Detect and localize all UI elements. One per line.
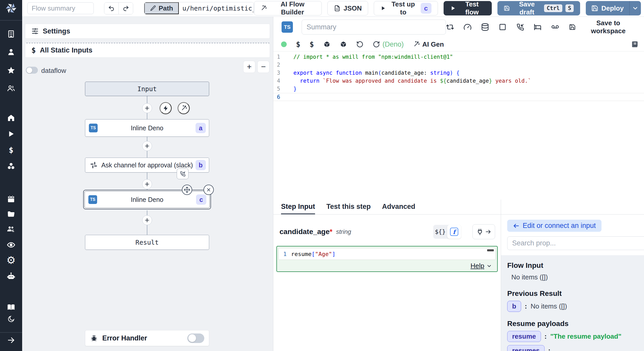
insert-step-button[interactable] [142,103,152,113]
zoom-out-button[interactable]: − [257,61,269,73]
retries-button[interactable] [446,23,454,31]
template-mode-button[interactable]: ${} [433,228,447,235]
folder-icon[interactable] [7,210,15,218]
early-stop-button[interactable] [463,23,472,31]
boxes-icon[interactable] [7,162,15,170]
node-approval-slack-b[interactable]: Ask channel for approval (slack) b [85,158,209,173]
library-button[interactable] [631,40,639,48]
robot-icon[interactable] [7,272,15,280]
tab-step-input[interactable]: Step Input [281,200,315,214]
tab-test-this-step[interactable]: Test this step [326,200,371,214]
sidebar-divider [0,332,22,333]
deploy-dropdown-button[interactable] [629,1,641,15]
deploy-button[interactable]: Deploy [586,1,629,15]
connect-input-button[interactable] [472,224,495,239]
calendar-icon[interactable] [7,195,15,203]
arrow-right-icon[interactable] [7,336,15,344]
tab-advanced[interactable]: Advanced [382,200,415,214]
expr-code[interactable]: resume["Age"] [291,251,335,257]
insert-step-button[interactable] [142,215,152,225]
node-id-badge: a [196,123,206,133]
scrollbar-thumb[interactable] [487,249,494,251]
windmill-logo-icon[interactable] [5,2,17,14]
play-icon[interactable] [7,130,15,138]
expression-editor[interactable]: 1 resume["Age"] Help [276,246,498,272]
prop-badge-resumes[interactable]: resumes [507,345,545,351]
eye-icon[interactable] [7,241,15,249]
move-node-button[interactable] [182,185,192,195]
help-link[interactable]: Help [471,262,484,270]
building-icon[interactable] [7,30,15,38]
moon-icon[interactable] [7,315,15,323]
suspend-approval-icon[interactable] [177,168,189,179]
node-inline-deno-a[interactable]: TS Inline Deno a [85,119,209,137]
play-icon [380,5,386,11]
expression-mode-button[interactable]: f [447,225,461,239]
bug-icon [90,335,98,342]
home-icon[interactable] [7,114,15,122]
gauge-icon [463,23,472,31]
gear-icon[interactable]: ⚙ [6,255,16,265]
zoom-in-button[interactable]: + [243,61,255,73]
code-editor[interactable]: 1// import * as wmill from "npm:windmill… [273,52,644,200]
topbar: Path AI Flow Builder JSON Test up to c [22,0,644,17]
save-to-workspace-button[interactable]: Save to workspace [569,19,638,35]
save-draft-button[interactable]: Save draft Ctrl S [497,1,580,15]
user-icon[interactable] [7,48,15,56]
play-icon [450,5,456,11]
flow-input-empty: No items ([]) [511,273,641,281]
insert-step-button[interactable] [142,179,152,189]
typescript-badge: TS [89,124,98,132]
sleep-button[interactable] [533,23,542,31]
path-input[interactable] [179,2,254,14]
cache-button[interactable] [481,23,489,31]
reload-button[interactable] [373,41,380,48]
dollar-icon[interactable]: $ [9,145,13,155]
users-gear-icon[interactable] [7,225,15,234]
reset-button[interactable] [356,41,363,48]
users-icon[interactable] [7,84,15,92]
prop-badge-resume[interactable]: resume [507,331,541,342]
edit-or-connect-button[interactable]: Edit or connect an input [507,220,601,232]
search-prop-input[interactable] [507,236,644,250]
insert-step-button[interactable] [142,141,152,151]
delete-node-button[interactable] [204,185,214,195]
undo-button[interactable] [104,3,118,14]
rotate-ccw-icon [356,41,363,48]
prop-badge-b[interactable]: b [507,301,521,312]
test-flow-button[interactable]: Test flow [444,1,492,15]
trigger-button[interactable] [160,102,172,114]
flow-summary-input[interactable] [27,2,94,14]
test-up-to-button[interactable]: Test up to c [374,1,438,15]
ai-insert-button[interactable] [178,102,190,114]
flow-input-heading: Flow Input [507,261,641,270]
mock-button[interactable] [498,23,507,31]
package-button[interactable] [340,41,347,48]
star-icon[interactable] [7,66,15,75]
suspend-button[interactable] [516,23,524,31]
book-open-icon[interactable] [7,303,15,312]
zap-icon [163,105,169,112]
resource-picker-button[interactable]: $ [310,40,314,49]
result-node[interactable]: Result [85,235,209,250]
all-static-inputs-bar[interactable]: $ All Static Inputs [25,43,270,58]
dataflow-toggle[interactable] [26,67,38,74]
ai-flow-builder-button[interactable]: AI Flow Builder [254,1,321,15]
flow-settings-bar[interactable]: Settings [25,24,270,39]
variable-picker-button[interactable]: $ [296,40,300,49]
ai-gen-button[interactable]: AI Gen [413,40,444,48]
plus-icon [144,105,150,111]
error-handler-toggle[interactable] [187,333,204,343]
node-inline-deno-c[interactable]: TS Inline Deno c [84,191,210,208]
redo-button[interactable] [118,3,133,14]
error-handler-bar[interactable]: Error Handler [85,330,209,346]
json-button[interactable]: JSON [327,1,368,15]
path-button[interactable]: Path [144,2,179,14]
package-button[interactable] [323,41,331,48]
undo-icon [108,5,115,12]
input-node[interactable]: Input [85,82,209,96]
step-summary-input[interactable] [302,20,446,35]
status-dot [281,41,287,47]
shared-dir-button[interactable] [551,23,559,31]
sliders-icon [31,28,39,35]
